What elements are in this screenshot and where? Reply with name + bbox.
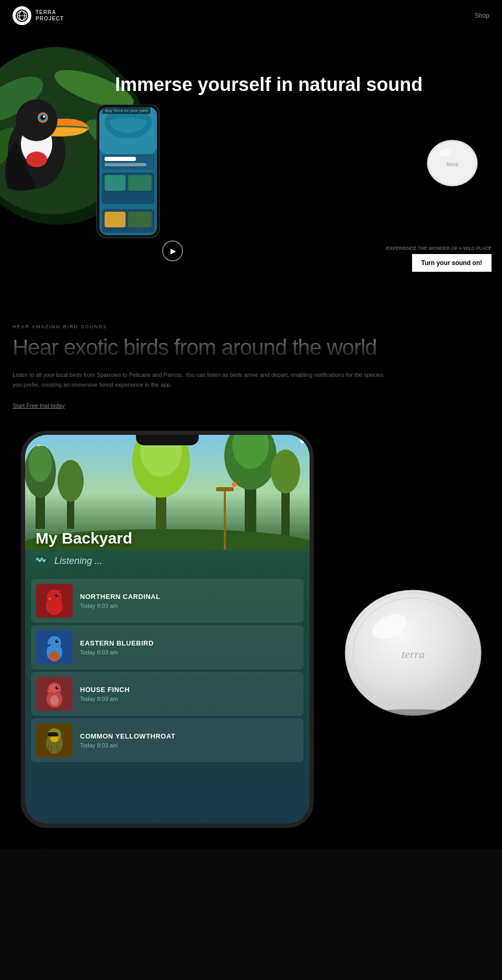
- phone-side-right-btn: [313, 513, 314, 545]
- hero-terra-device: terra: [424, 136, 481, 188]
- buy-terra-label[interactable]: Buy Terra for your yard: [102, 107, 151, 114]
- svg-rect-29: [128, 212, 152, 227]
- svg-point-14: [40, 115, 45, 120]
- svg-rect-22: [105, 157, 136, 161]
- bird-list: NORTHERN CARDINAL Today 8:03 am: [25, 579, 310, 762]
- terra-logo-svg: [15, 8, 29, 23]
- svg-point-11: [26, 152, 47, 167]
- app-back-arrow[interactable]: ←: [36, 440, 45, 451]
- hero-phone-mockup: [94, 105, 162, 240]
- bird-item-yellowthroat[interactable]: COMMON YELLOWTHROAT Today 8:03 am: [31, 719, 303, 762]
- bird-item-bluebird[interactable]: EASTERN BLUEBIRD Today 8:03 am: [31, 626, 303, 669]
- sound-button[interactable]: Turn your sound on!: [412, 254, 492, 272]
- bluebird-time: Today 8:03 am: [80, 649, 299, 655]
- svg-point-79: [57, 733, 58, 734]
- svg-point-63: [55, 640, 59, 643]
- cardinal-time: Today 8:03 am: [80, 603, 299, 609]
- section-label: HEAR AMAZING BIRD SOUNDS: [13, 324, 489, 329]
- bluebird-name: EASTERN BLUEBIRD: [80, 639, 299, 647]
- phone-large-mockup: ← My Backyard Listening ...: [21, 431, 314, 828]
- listening-wave-svg: [36, 555, 49, 565]
- yellowthroat-thumbnail: [36, 723, 73, 757]
- finch-name: HOUSE FINCH: [80, 686, 299, 694]
- svg-point-57: [55, 594, 59, 597]
- finch-thumbnail: [36, 677, 73, 711]
- hero-title: Immerse yourself in natural sound: [115, 73, 492, 96]
- phone-side-btn-1: [21, 498, 22, 518]
- cardinal-info: NORTHERN CARDINAL Today 8:03 am: [80, 593, 299, 609]
- svg-point-12: [16, 99, 58, 141]
- svg-rect-23: [105, 163, 146, 166]
- svg-point-58: [57, 594, 58, 595]
- svg-point-88: [356, 709, 471, 722]
- svg-point-70: [57, 687, 58, 688]
- svg-rect-21: [102, 154, 154, 170]
- listening-row: Listening ...: [25, 547, 310, 575]
- finch-time: Today 8:03 am: [80, 696, 299, 702]
- yellowthroat-svg: [36, 723, 73, 757]
- bird-item-cardinal[interactable]: NORTHERN CARDINAL Today 8:03 am: [31, 579, 303, 622]
- svg-point-76: [50, 736, 59, 742]
- svg-text:terra: terra: [402, 648, 425, 661]
- yellowthroat-info: COMMON YELLOWTHROAT Today 8:03 am: [80, 732, 299, 748]
- finch-info: HOUSE FINCH Today 8:03 am: [80, 686, 299, 702]
- terra-device-large: terra: [335, 577, 492, 723]
- header: terra project Shop: [0, 0, 502, 31]
- birds-section: HEAR AMAZING BIRD SOUNDS Hear exotic bir…: [0, 303, 502, 420]
- logo-text: terra project: [36, 9, 64, 22]
- yellowthroat-name: COMMON YELLOWTHROAT: [80, 732, 299, 740]
- svg-point-62: [49, 651, 60, 662]
- bird-item-finch[interactable]: HOUSE FINCH Today 8:03 am: [31, 672, 303, 716]
- cardinal-name: NORTHERN CARDINAL: [80, 593, 299, 601]
- app-screen: ← My Backyard Listening ...: [25, 435, 310, 824]
- svg-rect-25: [105, 175, 126, 191]
- svg-point-64: [57, 640, 58, 641]
- sound-button-area: EXPERIENCE THE WONDER OF A WILD PLACE Tu…: [386, 246, 492, 272]
- app-location-title: My Backyard: [36, 529, 299, 547]
- play-button[interactable]: ▶: [162, 240, 183, 261]
- svg-text:terra: terra: [447, 161, 459, 167]
- terra-egg-hero-svg: terra: [424, 136, 481, 188]
- svg-rect-28: [105, 212, 126, 227]
- svg-point-78: [55, 732, 59, 735]
- bluebird-svg: [36, 630, 73, 664]
- cardinal-svg: [36, 584, 73, 618]
- section-title: Hear exotic birds from around the world: [13, 336, 489, 360]
- app-header-bar: ←: [25, 435, 310, 456]
- hero-section: Immerse yourself in natural sound Buy Te…: [0, 31, 502, 303]
- play-icon: ▶: [170, 247, 176, 255]
- listening-text: Listening ...: [54, 556, 102, 567]
- sound-wave-icon: [36, 555, 49, 568]
- section-description: Listen to all your local birds from Spar…: [13, 370, 389, 389]
- app-showcase-section: ← My Backyard Listening ...: [0, 420, 502, 849]
- bluebird-thumbnail: [36, 630, 73, 664]
- finch-svg: [36, 677, 73, 711]
- svg-point-69: [55, 686, 59, 689]
- start-trial-link[interactable]: Start Free trial today: [13, 402, 65, 409]
- sound-hint-text: EXPERIENCE THE WONDER OF A WILD PLACE: [386, 246, 492, 251]
- logo-icon: [13, 6, 31, 25]
- cardinal-thumbnail: [36, 584, 73, 618]
- bluebird-info: EASTERN BLUEBIRD Today 8:03 am: [80, 639, 299, 655]
- svg-point-71: [50, 695, 59, 706]
- yellowthroat-time: Today 8:03 am: [80, 742, 299, 748]
- phone-side-btn-2: [21, 524, 22, 545]
- nav-shop-link[interactable]: Shop: [475, 12, 489, 19]
- logo-container: terra project: [13, 6, 64, 25]
- svg-rect-26: [128, 175, 152, 191]
- svg-point-15: [43, 116, 45, 118]
- svg-point-56: [46, 596, 63, 615]
- hero-phone-svg: [94, 105, 162, 240]
- terra-device-large-svg: terra: [335, 577, 492, 723]
